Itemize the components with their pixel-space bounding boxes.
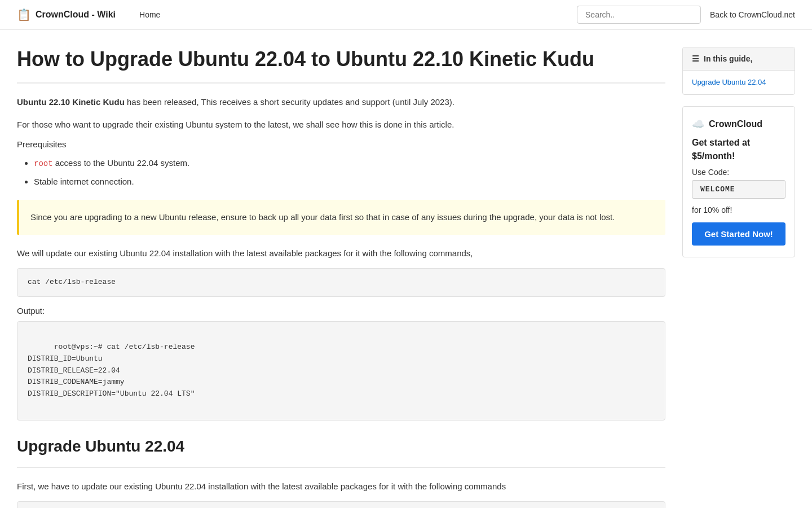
page-title: How to Upgrade Ubuntu 22.04 to Ubuntu 22…: [17, 47, 665, 71]
list-item-root: root access to the Ubuntu 22.04 system.: [34, 156, 665, 171]
root-rest: access to the Ubuntu 22.04 system.: [53, 158, 190, 168]
prerequisites-list: root access to the Ubuntu 22.04 system. …: [34, 156, 665, 189]
nav-home[interactable]: Home: [133, 7, 167, 23]
logo-icon: 📋: [17, 8, 31, 21]
command-1-text: cat /etc/lsb-release: [28, 278, 116, 286]
logo-text: CrownCloud - Wiki: [36, 10, 116, 20]
warning-text: Since you are upgrading to a new Ubuntu …: [30, 212, 615, 222]
main-content: How to Upgrade Ubuntu 22.04 to Ubuntu 22…: [17, 47, 665, 508]
logo-link[interactable]: 📋 CrownCloud - Wiki: [17, 8, 116, 21]
site-header: 📋 CrownCloud - Wiki Home Back to CrownCl…: [0, 0, 812, 30]
promo-brand-name: CrownCloud: [709, 119, 762, 129]
promo-tagline: Get started at $5/month!: [692, 136, 785, 163]
toc-header-label: In this guide,: [704, 54, 752, 63]
back-to-crowncloud-link[interactable]: Back to CrownCloud.net: [710, 10, 795, 19]
output-block: root@vps:~# cat /etc/lsb-release DISTRIB…: [17, 321, 665, 421]
intro-rest: has been released, This receives a short…: [125, 97, 454, 107]
header-right: Back to CrownCloud.net: [577, 6, 795, 24]
intro-second: For those who want to upgrade their exis…: [17, 117, 665, 132]
ubuntu-version-bold: Ubuntu 22.10 Kinetic Kudu: [17, 97, 125, 107]
toc-link-upgrade[interactable]: Upgrade Ubuntu 22.04: [683, 71, 795, 94]
sidebar: ☰ In this guide, Upgrade Ubuntu 22.04 ☁️…: [682, 47, 795, 508]
search-input[interactable]: [577, 6, 701, 24]
toc-icon: ☰: [692, 54, 699, 63]
root-code: root: [34, 159, 53, 168]
off-text: for 10% off!: [692, 205, 785, 214]
use-code-label: Use Code:: [692, 168, 785, 177]
promo-box: ☁️ CrownCloud Get started at $5/month! U…: [682, 106, 795, 257]
prerequisites-label: Prerequisites: [17, 139, 665, 149]
section-intro: First, we have to update our existing Ub…: [17, 479, 665, 494]
intro-paragraph: Ubuntu 22.10 Kinetic Kudu has been relea…: [17, 95, 665, 110]
cloud-icon: ☁️: [692, 118, 704, 130]
update-intro: We will update our existing Ubuntu 22.04…: [17, 246, 665, 261]
main-nav: Home: [133, 7, 577, 23]
title-divider: [17, 82, 665, 84]
command-block-2: apt update apt upgrade: [17, 501, 665, 508]
promo-header: ☁️ CrownCloud: [692, 118, 785, 130]
section-heading: Upgrade Ubuntu 22.04: [17, 437, 665, 456]
list-item-internet: Stable internet connection.: [34, 174, 665, 189]
warning-box: Since you are upgrading to a new Ubuntu …: [17, 200, 665, 235]
output-label: Output:: [17, 306, 665, 316]
toc-box: ☰ In this guide, Upgrade Ubuntu 22.04: [682, 47, 795, 95]
command-block-1: cat /etc/lsb-release: [17, 268, 665, 297]
page-layout: How to Upgrade Ubuntu 22.04 to Ubuntu 22…: [0, 30, 812, 508]
toc-header: ☰ In this guide,: [683, 47, 795, 71]
section-divider: [17, 467, 665, 468]
output-text: root@vps:~# cat /etc/lsb-release DISTRIB…: [28, 343, 195, 398]
promo-code-badge: WELCOME: [692, 180, 785, 199]
get-started-button[interactable]: Get Started Now!: [692, 222, 785, 246]
